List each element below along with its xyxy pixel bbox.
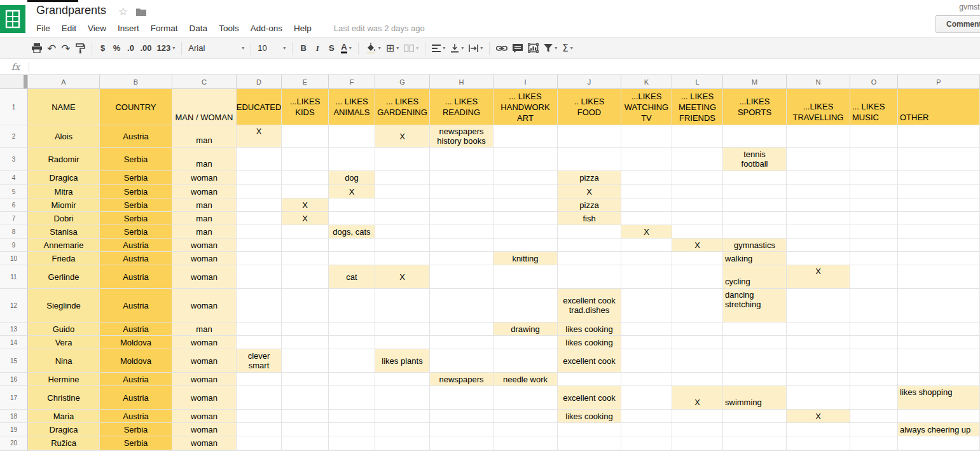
cell-E7[interactable]: X — [282, 212, 329, 225]
cell-K16[interactable] — [621, 373, 672, 386]
cell-D19[interactable] — [237, 423, 282, 436]
cell-A20[interactable]: Ružica — [28, 436, 100, 450]
cell-K12[interactable] — [621, 289, 672, 323]
text-color-button[interactable]: A▾ — [338, 41, 354, 56]
insert-comment-button[interactable] — [510, 41, 525, 56]
cell-A8[interactable]: Stanisa — [28, 225, 100, 239]
column-header-L[interactable]: L — [672, 75, 723, 88]
cell-G4[interactable] — [375, 171, 430, 185]
cell-B20[interactable]: Serbia — [100, 436, 172, 450]
cell-M5[interactable] — [723, 185, 787, 198]
cell-H8[interactable] — [430, 225, 493, 239]
cell-F15[interactable] — [329, 349, 375, 373]
cell-L12[interactable] — [672, 289, 723, 323]
cell-G1[interactable]: ... LIKES GARDENING — [375, 89, 430, 125]
more-formats-button[interactable]: 123▾ — [155, 41, 178, 56]
cell-P2[interactable] — [898, 125, 980, 148]
cell-K9[interactable] — [621, 239, 672, 252]
cell-J5[interactable]: X — [558, 185, 621, 198]
cell-I8[interactable] — [493, 225, 558, 239]
cell-C8[interactable]: man — [172, 225, 237, 239]
column-header-G[interactable]: G — [375, 75, 430, 88]
undo-button[interactable]: ↶ — [45, 41, 59, 56]
cell-J7[interactable]: fish — [558, 212, 621, 225]
cell-J8[interactable] — [558, 225, 621, 239]
cell-I6[interactable] — [493, 198, 558, 212]
cell-N7[interactable] — [787, 212, 850, 225]
menu-file[interactable]: File — [36, 24, 56, 33]
cell-N11[interactable]: X — [787, 265, 850, 289]
row-header-15[interactable]: 15 — [0, 349, 28, 373]
cell-I13[interactable]: drawing — [493, 323, 558, 336]
row-header-10[interactable]: 10 — [0, 252, 28, 265]
select-all-corner[interactable] — [0, 75, 28, 88]
cell-I9[interactable] — [493, 239, 558, 252]
merge-cells-button[interactable]: ▾ — [401, 41, 421, 56]
cell-H20[interactable] — [430, 436, 493, 450]
cell-H2[interactable]: newspapers history books — [430, 125, 493, 148]
cell-D13[interactable] — [237, 323, 282, 336]
cell-L5[interactable] — [672, 185, 723, 198]
insert-chart-button[interactable] — [525, 41, 541, 56]
cell-L18[interactable] — [672, 410, 723, 423]
cell-I10[interactable]: knitting — [493, 252, 558, 265]
cell-N12[interactable] — [787, 289, 850, 323]
cell-I7[interactable] — [493, 212, 558, 225]
insert-link-button[interactable] — [493, 41, 510, 56]
format-currency-button[interactable]: $ — [96, 41, 110, 56]
cell-L8[interactable] — [672, 225, 723, 239]
row-header-3[interactable]: 3 — [0, 148, 28, 171]
cell-G17[interactable] — [375, 386, 430, 410]
cell-L19[interactable] — [672, 423, 723, 436]
cell-A3[interactable]: Radomir — [28, 148, 100, 171]
cell-K7[interactable] — [621, 212, 672, 225]
cell-M17[interactable]: swimming — [723, 386, 787, 410]
cell-N19[interactable] — [787, 423, 850, 436]
cell-H17[interactable] — [430, 386, 493, 410]
cell-P16[interactable] — [898, 373, 980, 386]
cell-J6[interactable]: pizza — [558, 198, 621, 212]
cell-A7[interactable]: Dobri — [28, 212, 100, 225]
fill-color-button[interactable]: ▾ — [362, 41, 383, 56]
cell-E19[interactable] — [282, 423, 329, 436]
cell-M11[interactable]: cycling — [723, 265, 787, 289]
cell-J14[interactable]: likes cooking — [558, 336, 621, 349]
cell-M20[interactable] — [723, 436, 787, 450]
cell-N8[interactable] — [787, 225, 850, 239]
cell-C14[interactable]: woman — [172, 336, 237, 349]
comments-button[interactable]: Comments — [935, 15, 980, 33]
cell-D2[interactable]: X — [237, 125, 282, 148]
cell-M16[interactable] — [723, 373, 787, 386]
cell-N2[interactable] — [787, 125, 850, 148]
cell-G6[interactable] — [375, 198, 430, 212]
redo-button[interactable]: ↷ — [59, 41, 72, 56]
cell-P6[interactable] — [898, 198, 980, 212]
cell-N16[interactable] — [787, 373, 850, 386]
cell-P4[interactable] — [898, 171, 980, 185]
cell-N9[interactable] — [787, 239, 850, 252]
cell-F6[interactable] — [329, 198, 375, 212]
menu-insert[interactable]: Insert — [112, 24, 145, 33]
cell-L6[interactable] — [672, 198, 723, 212]
row-header-12[interactable]: 12 — [0, 289, 28, 323]
cell-F16[interactable] — [329, 373, 375, 386]
cell-B16[interactable]: Austria — [100, 373, 172, 386]
row-header-4[interactable]: 4 — [0, 171, 28, 185]
cell-A10[interactable]: Frieda — [28, 252, 100, 265]
menu-edit[interactable]: Edit — [56, 24, 82, 33]
cell-J10[interactable] — [558, 252, 621, 265]
cell-K11[interactable] — [621, 265, 672, 289]
decrease-decimal-button[interactable]: .0 — [124, 41, 138, 56]
cell-P19[interactable]: always cheering up — [898, 423, 980, 436]
cell-I3[interactable] — [493, 148, 558, 171]
cell-C15[interactable]: woman — [172, 349, 237, 373]
cell-I5[interactable] — [493, 185, 558, 198]
cell-K2[interactable] — [621, 125, 672, 148]
cell-H6[interactable] — [430, 198, 493, 212]
cell-D11[interactable] — [237, 265, 282, 289]
cell-P5[interactable] — [898, 185, 980, 198]
cell-N13[interactable] — [787, 323, 850, 336]
row-header-11[interactable]: 11 — [0, 265, 28, 289]
cell-B17[interactable]: Austria — [100, 386, 172, 410]
cell-O19[interactable] — [850, 423, 898, 436]
